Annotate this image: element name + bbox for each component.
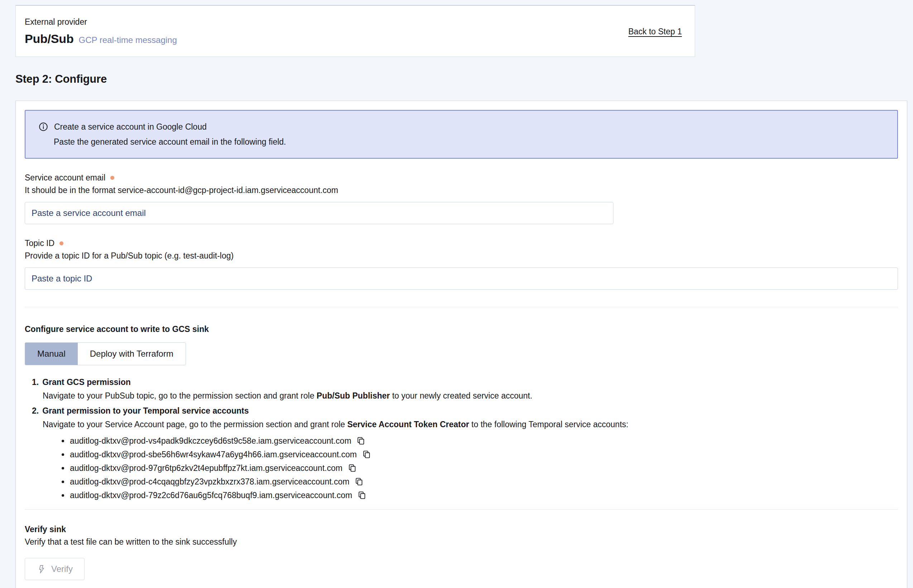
step-title: Grant permission to your Temporal servic… bbox=[42, 405, 249, 416]
step-grant-temporal-permission: 2. Grant permission to your Temporal ser… bbox=[25, 405, 898, 502]
configure-section-heading: Configure service account to write to GC… bbox=[25, 324, 898, 334]
step-body: Navigate to your Service Account page, g… bbox=[43, 419, 898, 430]
service-account-email: auditlog-dktxv@prod-sbe56h6wr4sykaw47a6y… bbox=[70, 450, 357, 459]
info-banner-body: Paste the generated service account emai… bbox=[54, 136, 887, 147]
service-account-row: auditlog-dktxv@prod-vs4padk9dkczcey6d6st… bbox=[62, 434, 898, 447]
bullet-dot bbox=[62, 467, 64, 470]
service-account-email-field-group: Service account email It should be in th… bbox=[25, 172, 898, 224]
service-account-email-description: It should be in the format service-accou… bbox=[25, 185, 898, 195]
configure-card: Create a service account in Google Cloud… bbox=[15, 101, 907, 588]
instruction-steps: 1. Grant GCS permission Navigate to your… bbox=[25, 377, 898, 502]
copy-icon[interactable] bbox=[354, 476, 364, 487]
info-banner-title: Create a service account in Google Cloud bbox=[54, 121, 207, 132]
step-grant-gcs-permission: 1. Grant GCS permission Navigate to your… bbox=[25, 377, 898, 401]
service-account-email: auditlog-dktxv@prod-79z2c6d76au6g5fcq768… bbox=[70, 491, 352, 500]
provider-name: Pub/Sub bbox=[25, 32, 73, 46]
bullet-dot bbox=[62, 440, 64, 442]
service-account-row: auditlog-dktxv@prod-97gr6tp6zkv2t4epubff… bbox=[62, 461, 898, 475]
topic-id-input[interactable] bbox=[25, 268, 898, 290]
required-indicator bbox=[60, 241, 63, 245]
section-divider bbox=[25, 307, 898, 307]
provider-card: External provider Pub/Sub GCP real-time … bbox=[15, 5, 695, 57]
lightning-icon bbox=[37, 564, 46, 574]
page-title: Step 2: Configure bbox=[15, 73, 913, 86]
copy-icon[interactable] bbox=[356, 490, 367, 501]
deploy-method-tabs: Manual Deploy with Terraform bbox=[25, 342, 186, 365]
step-title: Grant GCS permission bbox=[42, 377, 131, 388]
service-account-row: auditlog-dktxv@prod-c4cqaqgbfzy23vpzkbxz… bbox=[62, 475, 898, 488]
verify-sink-heading: Verify sink bbox=[25, 524, 898, 535]
provider-description: GCP real-time messaging bbox=[78, 35, 176, 45]
service-account-list: auditlog-dktxv@prod-vs4padk9dkczcey6d6st… bbox=[25, 434, 898, 502]
service-account-email: auditlog-dktxv@prod-c4cqaqgbfzy23vpzkbxz… bbox=[70, 477, 350, 487]
service-account-email-input[interactable] bbox=[25, 202, 614, 224]
info-banner: Create a service account in Google Cloud… bbox=[25, 110, 898, 158]
service-account-email: auditlog-dktxv@prod-97gr6tp6zkv2t4epubff… bbox=[70, 464, 343, 473]
topic-id-description: Provide a topic ID for a Pub/Sub topic (… bbox=[25, 250, 898, 261]
step-body: Navigate to your PubSub topic, go to the… bbox=[43, 390, 898, 401]
bullet-dot bbox=[62, 481, 64, 483]
bullet-dot bbox=[62, 453, 64, 456]
required-indicator bbox=[110, 176, 114, 180]
tab-manual[interactable]: Manual bbox=[25, 343, 78, 365]
verify-button[interactable]: Verify bbox=[25, 558, 84, 580]
service-account-email-label: Service account email bbox=[25, 172, 105, 183]
verify-sink-description: Verify that a test file can be written t… bbox=[25, 536, 898, 547]
copy-icon[interactable] bbox=[347, 463, 358, 473]
bullet-dot bbox=[62, 494, 64, 497]
copy-icon[interactable] bbox=[361, 449, 372, 460]
step-number: 2. bbox=[32, 405, 39, 416]
topic-id-label: Topic ID bbox=[25, 238, 55, 249]
info-icon bbox=[38, 122, 49, 134]
provider-info: External provider Pub/Sub GCP real-time … bbox=[25, 17, 177, 46]
topic-id-field-group: Topic ID Provide a topic ID for a Pub/Su… bbox=[25, 238, 898, 290]
service-account-row: auditlog-dktxv@prod-sbe56h6wr4sykaw47a6y… bbox=[62, 447, 898, 461]
provider-label: External provider bbox=[25, 17, 177, 27]
service-account-row: auditlog-dktxv@prod-79z2c6d76au6g5fcq768… bbox=[62, 488, 898, 502]
copy-icon[interactable] bbox=[355, 435, 366, 446]
service-account-email: auditlog-dktxv@prod-vs4padk9dkczcey6d6st… bbox=[70, 436, 351, 446]
tab-deploy-with-terraform[interactable]: Deploy with Terraform bbox=[78, 343, 186, 365]
section-divider bbox=[25, 509, 898, 510]
step-number: 1. bbox=[32, 377, 39, 388]
back-to-step-1-link[interactable]: Back to Step 1 bbox=[628, 27, 682, 37]
